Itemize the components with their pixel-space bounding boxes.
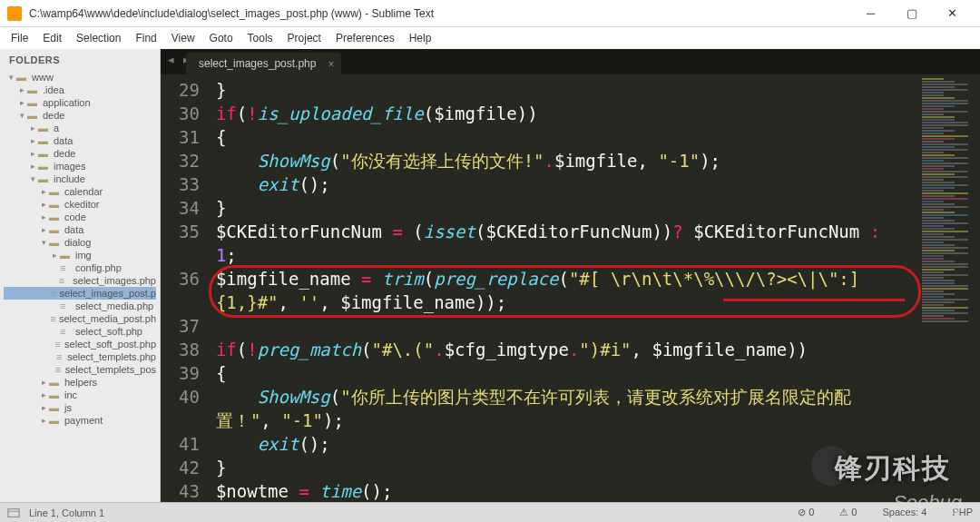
tree-label: data	[64, 224, 83, 235]
tree-label: dialog	[64, 237, 91, 248]
file-icon: ≡	[56, 351, 64, 362]
svg-rect-0	[8, 508, 19, 517]
editor-content[interactable]: 29303132333435 36 37383940 41424344 }if(…	[161, 74, 980, 502]
status-spaces[interactable]: Spaces: 4	[882, 507, 926, 518]
tree-arrow-icon: ▾	[16, 111, 27, 120]
app-icon	[7, 6, 22, 21]
file-icon: ≡	[55, 339, 63, 350]
tree-arrow-icon: ▸	[38, 378, 49, 387]
tree-arrow-icon: ▸	[38, 225, 49, 234]
folder-icon: ▬	[60, 250, 73, 261]
minimap[interactable]	[918, 74, 980, 502]
menu-find[interactable]: Find	[128, 30, 163, 46]
tree-label: select_templets_pos	[65, 364, 156, 375]
close-button[interactable]: ✕	[932, 0, 973, 27]
menu-help[interactable]: Help	[402, 30, 439, 46]
file-item[interactable]: ≡select_soft_post.php	[4, 338, 156, 350]
menu-file[interactable]: File	[4, 30, 35, 46]
folder-item[interactable]: ▸▬application	[4, 96, 156, 109]
tree-label: images	[54, 161, 85, 172]
folder-item[interactable]: ▸▬img	[4, 249, 156, 261]
folder-item[interactable]: ▾▬dede	[4, 109, 156, 122]
file-item[interactable]: ≡select_templets_pos	[4, 363, 156, 376]
folder-item[interactable]: ▸▬calendar	[4, 185, 156, 198]
folder-item[interactable]: ▸▬helpers	[4, 376, 156, 389]
menu-goto[interactable]: Goto	[202, 30, 240, 46]
folder-item[interactable]: ▸▬js	[4, 401, 156, 414]
folder-icon: ▬	[49, 402, 62, 413]
file-item[interactable]: ≡select_templets.php	[4, 350, 156, 363]
file-item[interactable]: ≡select_media.php	[4, 300, 156, 312]
file-icon: ≡	[51, 313, 56, 324]
menu-selection[interactable]: Selection	[69, 30, 128, 46]
status-position[interactable]: Line 1, Column 1	[29, 507, 104, 518]
file-icon: ≡	[60, 326, 73, 337]
folder-icon: ▬	[49, 377, 62, 388]
tree-arrow-icon: ▸	[27, 136, 38, 145]
minimize-button[interactable]: ─	[850, 0, 891, 27]
tree-label: dede	[43, 110, 64, 121]
folder-item[interactable]: ▾▬include	[4, 172, 156, 185]
menu-bar: FileEditSelectionFindViewGotoToolsProjec…	[0, 27, 980, 49]
file-item[interactable]: ≡select_media_post.ph	[4, 312, 156, 325]
tab-close-icon[interactable]: ×	[328, 58, 334, 71]
tree-label: select_media.php	[75, 300, 153, 311]
folder-item[interactable]: ▸▬.idea	[4, 84, 156, 96]
folder-icon: ▬	[27, 97, 40, 108]
tab-label: select_images_post.php	[199, 57, 316, 70]
title-bar: C:\wamp64\www\dede\include\dialog\select…	[0, 0, 980, 27]
line-gutter: 29303132333435 36 37383940 41424344	[161, 74, 209, 502]
folder-item[interactable]: ▸▬data	[4, 134, 156, 147]
folder-item[interactable]: ▾▬www	[4, 71, 156, 84]
maximize-button[interactable]: ▢	[891, 0, 932, 27]
tab-file[interactable]: select_images_post.php ×	[186, 53, 341, 74]
tree-arrow-icon: ▾	[27, 174, 38, 183]
tree-arrow-icon: ▸	[38, 212, 49, 222]
folder-icon: ▬	[38, 161, 51, 172]
tree-label: img	[75, 250, 92, 261]
tree-arrow-icon: ▸	[16, 85, 27, 94]
folder-item[interactable]: ▸▬ckeditor	[4, 198, 156, 211]
file-item[interactable]: ≡select_soft.php	[4, 325, 156, 338]
window-controls: ─ ▢ ✕	[850, 0, 973, 27]
status-syntax[interactable]: PHP	[952, 507, 973, 518]
tree-label: select_images_post.p	[60, 288, 156, 299]
folder-icon: ▬	[38, 173, 51, 184]
tree-label: select_soft.php	[75, 326, 142, 337]
tree-arrow-icon: ▸	[38, 200, 49, 209]
menu-view[interactable]: View	[164, 30, 202, 46]
file-icon: ≡	[55, 364, 63, 375]
folder-icon: ▬	[27, 110, 40, 121]
status-warnings[interactable]: ⚠ 0	[839, 507, 857, 518]
folder-item[interactable]: ▸▬images	[4, 160, 156, 172]
tab-prev-icon[interactable]: ◂	[164, 53, 178, 66]
folder-item[interactable]: ▸▬a	[4, 122, 156, 134]
menu-preferences[interactable]: Preferences	[328, 30, 402, 46]
status-icon	[7, 507, 20, 519]
tree-label: inc	[64, 389, 77, 400]
menu-tools[interactable]: Tools	[240, 30, 280, 46]
folder-item[interactable]: ▸▬dede	[4, 147, 156, 160]
file-item[interactable]: ≡select_images.php	[4, 274, 156, 287]
tree-label: ckeditor	[64, 199, 100, 210]
status-errors[interactable]: ⊘ 0	[798, 507, 814, 518]
tree-label: select_images.php	[73, 275, 156, 286]
menu-edit[interactable]: Edit	[35, 30, 69, 46]
file-icon: ≡	[59, 275, 71, 286]
folder-item[interactable]: ▸▬payment	[4, 414, 156, 427]
folder-item[interactable]: ▸▬inc	[4, 389, 156, 401]
file-item[interactable]: ≡select_images_post.p	[4, 287, 156, 300]
tree-arrow-icon: ▸	[49, 251, 60, 260]
folder-item[interactable]: ▾▬dialog	[4, 236, 156, 249]
file-item[interactable]: ≡config.php	[4, 261, 156, 274]
folder-item[interactable]: ▸▬data	[4, 223, 156, 236]
tree-arrow-icon: ▸	[38, 403, 49, 412]
tree-label: data	[54, 135, 73, 146]
sidebar: FOLDERS ▾▬www▸▬.idea▸▬application▾▬dede▸…	[0, 49, 161, 502]
tree-label: calendar	[64, 186, 103, 197]
tree-arrow-icon: ▾	[5, 73, 16, 82]
menu-project[interactable]: Project	[280, 30, 328, 46]
folder-item[interactable]: ▸▬code	[4, 211, 156, 223]
folder-icon: ▬	[49, 415, 62, 426]
code-pane[interactable]: }if(!is_uploaded_file($imgfile)){ ShowMs…	[209, 74, 918, 502]
